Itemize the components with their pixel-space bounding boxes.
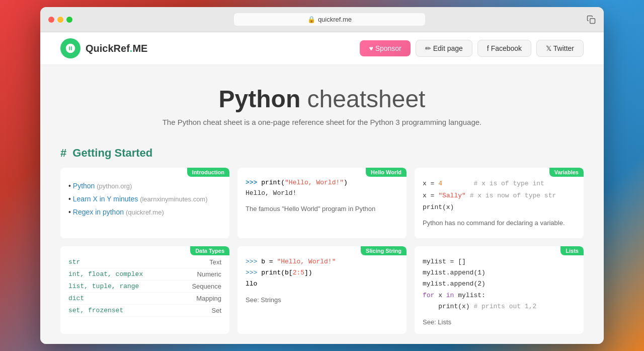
regex-link[interactable]: Regex in python [73,208,124,216]
type-name: str [68,258,80,266]
card-variables-body: x = 4 # x is of type int x = "Sally" # x… [415,168,584,235]
python-link[interactable]: Python [73,182,95,190]
type-category: Sequence [192,283,221,290]
url-text: quickref.me [318,16,352,23]
table-row: list, tuple, range Sequence [68,280,221,293]
browser-chrome: 🔒 quickref.me [40,7,604,32]
section-hash: # [60,147,66,159]
intro-links: Python (python.org) Learn X in Y minutes… [68,182,221,216]
traffic-lights [48,17,72,23]
svg-rect-0 [590,19,595,24]
badge-lists: Lists [560,246,584,255]
lock-icon: 🔒 [307,16,315,23]
card-introduction-body: Python (python.org) Learn X in Y minutes… [60,168,229,229]
table-row: dict Mapping [68,293,221,305]
code-prompt: >>> [246,179,261,186]
card-lists-body: mylist = [] mylist.append(1) mylist.appe… [415,246,584,333]
facebook-button[interactable]: f Facebook [477,40,531,57]
hero-section: Python cheatsheet The Python cheat sheet… [40,65,604,136]
code-output: Hello, World! [246,189,296,197]
hero-title-bold: Python [219,86,301,112]
browser-actions [587,15,596,24]
badge-slicing: Slicing String [361,246,407,255]
minimize-button[interactable] [57,17,63,23]
logo-text: QuickRef.ME [86,43,147,54]
code-string: "Hello, World!" [285,179,344,186]
badge-introduction: Introduction [187,168,229,177]
nav-buttons: ♥ Sponsor ✏ Edit page f Facebook 𝕏 Twitt… [360,40,584,57]
type-name: set, frozenset [68,307,123,314]
twitter-button[interactable]: 𝕏 Twitter [536,40,584,57]
site-header: QuickRef.ME ♥ Sponsor ✏ Edit page f Face… [40,32,604,65]
browser-window: 🔒 quickref.me QuickRef.ME [40,7,604,343]
code-print: print( [261,179,285,186]
list-item: Python (python.org) [68,182,221,190]
card-data-types: Data Types str Text int, float, complex … [60,246,229,333]
cards-grid: Introduction Python (python.org) Learn X… [60,168,584,333]
badge-data-types: Data Types [190,246,229,255]
address-bar: 🔒 quickref.me [78,13,581,26]
type-name: int, float, complex [68,270,143,278]
section-title: # Getting Started [60,147,584,160]
badge-variables: Variables [549,168,584,177]
card-slicing: Slicing String >>> b = "Hello, World!" >… [237,246,407,333]
edit-button[interactable]: ✏ Edit page [416,40,472,57]
hello-world-code: >>> print("Hello, World!") Hello, World! [246,178,398,199]
logo-area: QuickRef.ME [60,38,147,58]
copy-icon[interactable] [587,15,596,24]
lists-code: mylist = [] mylist.append(1) mylist.appe… [423,256,576,312]
type-category: Text [209,258,221,266]
data-types-table: str Text int, float, complex Numeric lis… [68,256,221,317]
table-row: set, frozenset Set [68,305,221,317]
page-content: QuickRef.ME ♥ Sponsor ✏ Edit page f Face… [40,32,604,343]
card-introduction: Introduction Python (python.org) Learn X… [60,168,229,238]
type-category: Set [211,307,221,314]
lists-desc: See: Lists [423,318,576,326]
getting-started-section: # Getting Started Introduction Python (p… [40,136,604,343]
table-row: int, float, complex Numeric [68,268,221,280]
slicing-desc: See: Strings [246,296,398,304]
list-item: Learn X in Y minutes (learnxinyminutes.c… [68,195,221,203]
list-item: Regex in python (quickref.me) [68,208,221,216]
logo-icon [60,38,80,58]
close-button[interactable] [48,17,54,23]
card-lists: Lists mylist = [] mylist.append(1) mylis… [415,246,584,333]
maximize-button[interactable] [66,17,72,23]
card-slicing-body: >>> b = "Hello, World!" >>> print(b[2:5]… [237,246,407,311]
sponsor-button[interactable]: ♥ Sponsor [360,40,410,56]
hero-title: Python cheatsheet [50,85,594,113]
badge-hello-world: Hello World [366,168,407,177]
type-name: dict [68,295,84,302]
card-variables: Variables x = 4 # x is of type int x = "… [415,168,584,238]
hero-title-light: cheatsheet [300,86,425,112]
logo-me: ME [132,43,147,54]
hello-world-desc: The famous "Hello World" program in Pyth… [246,205,398,213]
type-name: list, tuple, range [68,283,139,290]
type-category: Numeric [197,270,221,278]
learnxy-domain: (learnxinyminutes.com) [140,195,207,203]
logo-quick: QuickRef [86,43,130,54]
hero-subtitle: The Python cheat sheet is a one-page ref… [50,118,594,126]
url-display[interactable]: 🔒 quickref.me [234,13,425,26]
regex-domain: (quickref.me) [126,208,164,216]
slicing-code: >>> b = "Hello, World!" >>> print(b[2:5]… [246,256,398,290]
section-text: Getting Started [69,147,152,159]
learnxy-link[interactable]: Learn X in Y minutes [73,195,138,203]
type-category: Mapping [196,295,221,302]
variables-desc: Python has no command for declaring a va… [423,219,576,227]
python-domain: (python.org) [97,182,132,190]
code-paren: ) [344,179,348,186]
variables-code: x = 4 # x is of type int x = "Sally" # x… [423,178,576,213]
table-row: str Text [68,256,221,268]
card-data-types-body: str Text int, float, complex Numeric lis… [60,246,229,325]
card-hello-world: Hello World >>> print("Hello, World!") H… [237,168,407,238]
